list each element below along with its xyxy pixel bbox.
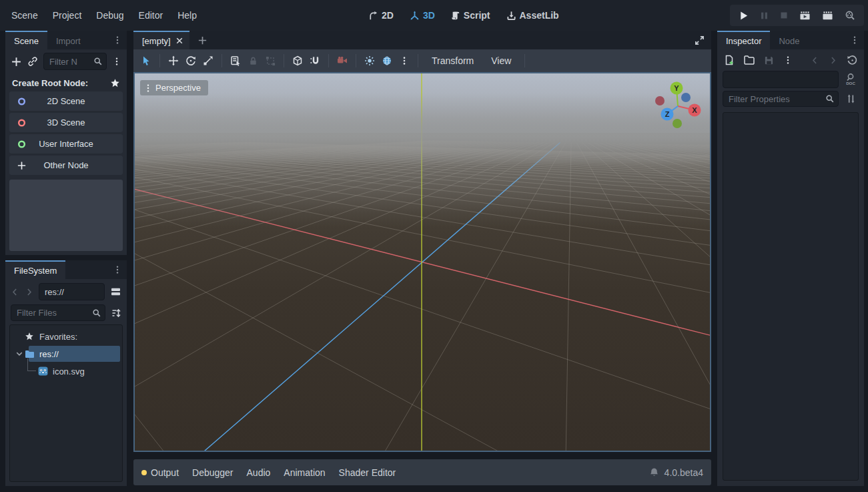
select-tool[interactable]	[137, 53, 155, 69]
lock-selected-tool[interactable]	[244, 53, 262, 69]
create-3d-scene-button[interactable]: 3D Scene	[9, 113, 123, 132]
menu-editor[interactable]: Editor	[131, 6, 171, 25]
gizmo-z-label: Z	[665, 110, 670, 118]
move-tool[interactable]	[165, 53, 182, 69]
plus-icon	[17, 160, 27, 170]
filter-properties-input[interactable]	[723, 91, 839, 107]
snap-toggle[interactable]	[306, 53, 324, 69]
history-back-button[interactable]	[811, 56, 819, 65]
local-space-toggle[interactable]	[289, 53, 306, 69]
play-scene-button[interactable]	[799, 11, 811, 21]
favorites-row[interactable]: Favorites:	[10, 328, 122, 345]
scene-dock-menu-button[interactable]	[108, 31, 127, 49]
toolbar-separator	[159, 54, 160, 67]
open-docs-button[interactable]: DOC	[843, 73, 859, 86]
favorites-star-icon[interactable]	[110, 78, 120, 88]
chevron-down-icon[interactable]	[15, 350, 23, 358]
add-node-button[interactable]	[11, 56, 22, 67]
notification-bell-icon[interactable]	[649, 467, 659, 477]
perspective-menu-button[interactable]: Perspective	[140, 80, 208, 95]
workspace-switcher: 2D 3D Script AssetLib	[368, 0, 559, 31]
menu-scene[interactable]: Scene	[4, 6, 45, 25]
property-tools-button[interactable]	[843, 93, 859, 104]
list-select-icon	[230, 55, 241, 66]
movie-maker-toggle[interactable]	[845, 10, 855, 21]
preview-sunlight-toggle[interactable]	[361, 53, 378, 69]
inspector-menu-button[interactable]	[845, 31, 864, 49]
instance-scene-button[interactable]	[27, 56, 38, 67]
viewport-canvas[interactable]: Perspective Y X Z	[135, 73, 710, 451]
resource-extra-menu-button[interactable]	[783, 55, 793, 65]
search-icon	[92, 308, 101, 318]
tab-scene[interactable]: Scene	[5, 31, 47, 49]
preview-environment-toggle[interactable]	[378, 53, 396, 69]
tab-inspector[interactable]: Inspector	[717, 31, 770, 49]
scene-dock-tabbar: Scene Import	[5, 31, 127, 49]
left-dock: Scene Import Create Root Node:	[5, 31, 127, 486]
new-scene-tab-button[interactable]	[189, 31, 215, 49]
preview-options-menu[interactable]	[396, 53, 413, 69]
workspace-2d-button[interactable]: 2D	[368, 10, 394, 21]
menu-project[interactable]: Project	[45, 6, 89, 25]
workspace-3d-button[interactable]: 3D	[410, 10, 435, 21]
play-button[interactable]	[739, 11, 749, 21]
animation-button[interactable]: Animation	[277, 467, 332, 478]
viewport-3d[interactable]: Perspective Y X Z	[133, 72, 711, 452]
display-mode-toggle[interactable]	[110, 286, 121, 297]
stop-button[interactable]	[780, 11, 788, 19]
nav-back-button[interactable]	[11, 288, 19, 296]
workspace-assetlib-button[interactable]: AssetLib	[506, 10, 559, 21]
filter-files-input[interactable]	[11, 304, 105, 321]
inspector-dock: Inspector Node DOC	[717, 31, 864, 486]
menu-help[interactable]: Help	[170, 6, 204, 25]
dots-vertical-icon	[400, 56, 409, 65]
view-menu[interactable]: View	[482, 55, 520, 66]
property-tools-icon	[846, 93, 856, 104]
object-history-button[interactable]	[847, 55, 857, 65]
output-button[interactable]: Output	[141, 467, 185, 478]
path-field-wrap	[39, 283, 105, 300]
file-sort-button[interactable]	[111, 308, 121, 318]
resource-name-field[interactable]	[723, 71, 839, 88]
orientation-gizmo[interactable]: Y X Z	[642, 73, 710, 140]
load-resource-button[interactable]	[744, 55, 755, 65]
transform-menu[interactable]: Transform	[423, 55, 482, 66]
pause-button[interactable]	[760, 11, 769, 20]
close-icon[interactable]	[175, 37, 183, 45]
play-custom-scene-button[interactable]	[822, 11, 833, 21]
tab-filesystem[interactable]: FileSystem	[5, 260, 65, 279]
tab-import[interactable]: Import	[47, 31, 89, 49]
scale-tool[interactable]	[199, 53, 217, 69]
scene-tab-empty[interactable]: [empty]	[133, 31, 189, 49]
group-selected-tool[interactable]	[262, 53, 279, 69]
menu-debug[interactable]: Debug	[89, 6, 131, 25]
save-resource-button[interactable]	[764, 55, 774, 65]
create-2d-scene-button[interactable]: 2D Scene	[9, 91, 123, 111]
create-ui-scene-button[interactable]: User Interface	[9, 134, 123, 154]
expand-viewport-button[interactable]	[688, 31, 711, 49]
workspace-script-button[interactable]: Script	[451, 10, 490, 21]
group-icon	[266, 56, 276, 66]
history-forward-button[interactable]	[829, 56, 837, 65]
filesystem-menu-button[interactable]	[108, 260, 127, 279]
move-icon	[168, 55, 179, 66]
debugger-button[interactable]: Debugger	[185, 467, 240, 478]
tab-scene-label: Scene	[14, 36, 39, 46]
shader-editor-button[interactable]: Shader Editor	[332, 467, 403, 478]
filter-nodes-wrap	[43, 53, 107, 70]
audio-button[interactable]: Audio	[240, 467, 278, 478]
inspector-tabbar: Inspector Node	[717, 31, 864, 49]
nav-forward-button[interactable]	[25, 288, 33, 296]
icon-svg-row[interactable]: icon.svg	[10, 362, 122, 380]
create-other-node-button[interactable]: Other Node	[9, 156, 123, 175]
new-resource-button[interactable]	[724, 55, 735, 65]
tab-node[interactable]: Node	[770, 31, 808, 49]
gizmo-neg-x	[655, 96, 665, 105]
list-select-tool[interactable]	[227, 53, 244, 69]
rotate-tool[interactable]	[182, 53, 199, 69]
scene-extra-menu-button[interactable]	[112, 57, 121, 66]
current-path-field[interactable]	[39, 283, 105, 300]
perspective-label: Perspective	[155, 83, 201, 93]
tab-import-label: Import	[56, 36, 81, 46]
camera-preview-toggle[interactable]	[334, 53, 351, 69]
